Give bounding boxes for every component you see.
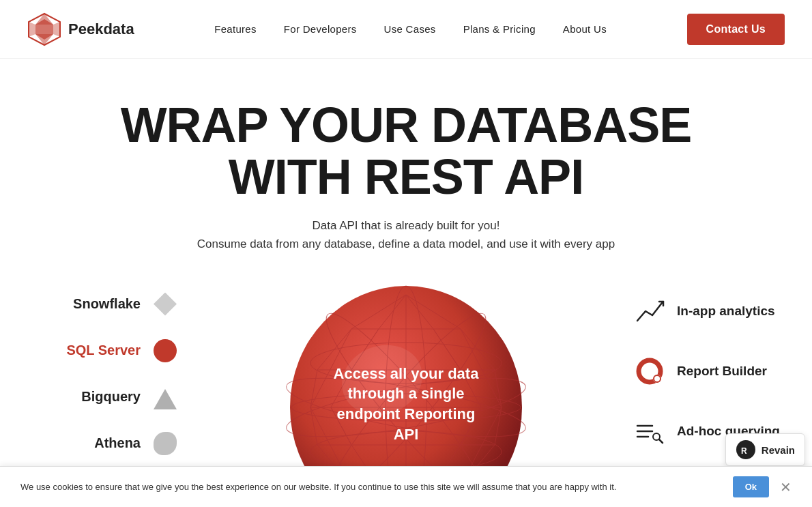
athena-icon: [153, 431, 177, 456]
db-snowflake-label: Snowflake: [73, 296, 141, 312]
hero-subtext: Data API that is already built for you! …: [167, 216, 645, 253]
db-athena: Athena: [0, 420, 191, 467]
adhoc-icon: [635, 416, 665, 446]
db-bigquery-label: Bigquery: [81, 389, 141, 405]
snowflake-icon: [153, 292, 177, 317]
logo-text: Peekdata: [68, 20, 134, 38]
svg-marker-4: [29, 22, 35, 37]
svg-text:R: R: [741, 446, 747, 456]
analytics-icon: [635, 296, 665, 326]
bigquery-icon: [153, 385, 177, 409]
svg-marker-3: [35, 34, 53, 45]
svg-marker-5: [53, 22, 60, 37]
navbar: Peekdata Features For Developers Use Cas…: [0, 0, 812, 59]
nav-plans-pricing[interactable]: Plans & Pricing: [463, 23, 536, 35]
sql-icon: [153, 338, 177, 363]
svg-marker-2: [35, 14, 53, 25]
feature-report-builder: Report Builder: [621, 341, 812, 401]
revain-widget[interactable]: R Revain: [725, 433, 805, 466]
nav-for-developers[interactable]: For Developers: [284, 23, 357, 35]
cookie-banner: We use cookies to ensure that we give yo…: [0, 466, 812, 507]
db-sql-label: SQL Server: [66, 343, 141, 358]
nav-about-us[interactable]: About Us: [563, 23, 607, 35]
nav-features[interactable]: Features: [214, 23, 257, 35]
db-sql-server: SQL Server: [0, 328, 191, 374]
report-builder-icon: [635, 356, 665, 386]
logo-icon: [27, 12, 61, 46]
db-bigquery: Bigquery: [0, 374, 191, 420]
cookie-ok-button[interactable]: Ok: [733, 476, 769, 497]
report-builder-label: Report Builder: [677, 364, 767, 379]
nav-use-cases[interactable]: Use Cases: [384, 23, 436, 35]
cookie-close-button[interactable]: ✕: [780, 480, 792, 494]
hero-section: WRAP YOUR DATABASE WITH REST API Data AP…: [0, 59, 812, 267]
logo-link[interactable]: Peekdata: [27, 12, 134, 46]
hero-heading: WRAP YOUR DATABASE WITH REST API: [78, 100, 734, 203]
revain-label: Revain: [762, 444, 795, 456]
contact-us-button[interactable]: Contact Us: [687, 14, 785, 45]
feature-analytics: In-app analytics: [621, 281, 812, 341]
db-athena-label: Athena: [94, 435, 141, 451]
hero-heading-line2: WITH REST API: [229, 149, 583, 204]
db-snowflake: Snowflake: [0, 281, 191, 328]
revain-icon: R: [736, 439, 756, 460]
analytics-label: In-app analytics: [677, 304, 775, 319]
cookie-text: We use cookies to ensure that we give yo…: [20, 482, 719, 492]
hero-heading-line1: WRAP YOUR DATABASE: [121, 98, 692, 152]
nav-links: Features For Developers Use Cases Plans …: [214, 23, 607, 35]
svg-line-63: [659, 439, 663, 443]
